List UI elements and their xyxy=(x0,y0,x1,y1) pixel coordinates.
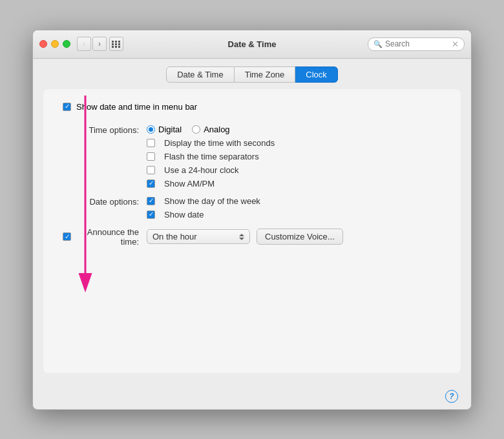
use-24hr-checkbox[interactable] xyxy=(147,166,155,174)
display-seconds-row: Display the time with seconds xyxy=(147,138,275,148)
announce-dropdown-value: On the hour xyxy=(152,232,197,241)
announce-dropdown[interactable]: On the hour xyxy=(147,229,250,244)
help-button[interactable]: ? xyxy=(445,390,458,403)
tab-time-zone[interactable]: Time Zone xyxy=(235,66,296,83)
show-day-checkbox[interactable]: ✓ xyxy=(147,197,155,205)
tabs-bar: Date & Time Time Zone Clock xyxy=(33,59,471,89)
date-options-block: Date options: ✓ Show the day of the week… xyxy=(63,196,441,220)
show-day-row: ✓ Show the day of the week xyxy=(147,196,260,206)
digital-radio[interactable] xyxy=(147,125,155,134)
date-options-label: Date options: xyxy=(63,196,147,220)
day-checkmark-icon: ✓ xyxy=(149,198,154,204)
announce-row: ✓ Announce the time: On the hour Customi… xyxy=(63,227,441,247)
ampm-checkmark-icon: ✓ xyxy=(149,180,154,187)
display-seconds-checkbox[interactable] xyxy=(147,139,155,147)
show-ampm-label: Show AM/PM xyxy=(164,179,215,189)
flash-separators-checkbox[interactable] xyxy=(147,152,155,161)
customize-voice-button[interactable]: Customize Voice... xyxy=(257,229,343,245)
digital-radio-item[interactable]: Digital xyxy=(147,125,182,134)
forward-button[interactable]: › xyxy=(92,37,107,51)
main-window: ‹ › Date & Time 🔍 ✕ Date & Time Time Zon… xyxy=(32,30,472,410)
announce-label: Announce the time: xyxy=(75,227,139,247)
content-area: ✓ Show date and time in menu bar Time op… xyxy=(43,89,461,373)
grid-icon xyxy=(112,41,121,48)
tab-clock[interactable]: Clock xyxy=(295,66,338,83)
analog-radio[interactable] xyxy=(192,125,200,134)
show-date-label: Show date xyxy=(164,210,204,220)
show-menubar-checkbox[interactable]: ✓ xyxy=(63,103,71,111)
tab-date-time[interactable]: Date & Time xyxy=(166,66,235,83)
search-input[interactable] xyxy=(385,39,452,48)
digital-analog-row: Digital Analog xyxy=(147,125,275,134)
announce-checkmark-icon: ✓ xyxy=(65,234,70,240)
use-24hr-label: Use a 24-hour clock xyxy=(164,165,239,175)
nav-buttons: ‹ › xyxy=(77,37,107,51)
search-icon: 🔍 xyxy=(373,40,383,48)
close-button[interactable] xyxy=(39,40,47,48)
checkmark-icon: ✓ xyxy=(65,103,70,110)
search-box[interactable]: 🔍 ✕ xyxy=(368,37,465,51)
show-menubar-row: ✓ Show date and time in menu bar xyxy=(63,102,441,112)
bottom-bar: ? xyxy=(33,383,471,409)
show-ampm-row: ✓ Show AM/PM xyxy=(147,179,275,189)
flash-separators-row: Flash the time separators xyxy=(147,152,275,161)
window-title: Date & Time xyxy=(228,39,277,49)
show-date-checkbox[interactable]: ✓ xyxy=(147,210,155,219)
show-day-label: Show the day of the week xyxy=(164,196,260,206)
time-options-col: Digital Analog Display the time with sec… xyxy=(147,125,275,189)
show-menubar-label: Show date and time in menu bar xyxy=(76,102,197,112)
maximize-button[interactable] xyxy=(63,40,70,48)
use-24hr-row: Use a 24-hour clock xyxy=(147,165,275,175)
date-options-col: ✓ Show the day of the week ✓ Show date xyxy=(147,196,260,220)
time-options-label: Time options: xyxy=(63,125,147,189)
show-date-row: ✓ Show date xyxy=(147,210,260,220)
display-seconds-label: Display the time with seconds xyxy=(164,138,275,148)
grid-view-button[interactable] xyxy=(109,37,123,51)
back-button[interactable]: ‹ xyxy=(77,37,91,51)
dropdown-arrow-icon xyxy=(239,234,244,240)
traffic-lights xyxy=(39,40,70,48)
digital-label: Digital xyxy=(158,125,182,134)
date-checkmark-icon: ✓ xyxy=(149,211,154,218)
announce-label-col: ✓ Announce the time: xyxy=(63,227,147,247)
minimize-button[interactable] xyxy=(51,40,59,48)
search-clear-icon[interactable]: ✕ xyxy=(452,39,459,49)
show-ampm-checkbox[interactable]: ✓ xyxy=(147,179,155,188)
titlebar: ‹ › Date & Time 🔍 ✕ xyxy=(33,30,471,59)
announce-checkbox[interactable]: ✓ xyxy=(63,232,71,241)
analog-label: Analog xyxy=(204,125,229,134)
flash-separators-label: Flash the time separators xyxy=(164,152,259,161)
analog-radio-item[interactable]: Analog xyxy=(192,125,229,134)
time-options-block: Time options: Digital Analog xyxy=(63,125,441,189)
radio-selected-indicator xyxy=(149,127,153,132)
